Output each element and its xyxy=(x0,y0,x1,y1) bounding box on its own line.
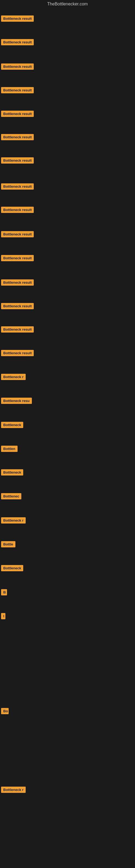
bottleneck-badge-17: Bottleneck resu xyxy=(1,398,32,404)
bottleneck-item-9: Bottleneck result xyxy=(1,207,34,214)
bottleneck-item-12: Bottleneck result xyxy=(1,279,34,287)
bottleneck-item-13: Bottleneck result xyxy=(1,303,34,310)
bottleneck-item-28: Bottleneck r xyxy=(1,786,26,794)
bottleneck-badge-14: Bottleneck result xyxy=(1,326,34,333)
bottleneck-item-18: Bottleneck xyxy=(1,422,23,429)
bottleneck-item-21: Bottlenec xyxy=(1,493,21,500)
bottleneck-item-3: Bottleneck result xyxy=(1,63,34,71)
bottleneck-badge-20: Bottleneck xyxy=(1,469,23,475)
bottleneck-item-7: Bottleneck result xyxy=(1,157,34,165)
bottleneck-badge-22: Bottleneck r xyxy=(1,517,26,524)
bottleneck-badge-7: Bottleneck result xyxy=(1,157,34,163)
bottleneck-item-24: Bottleneck xyxy=(1,565,23,572)
bottleneck-badge-28: Bottleneck r xyxy=(1,786,26,793)
bottleneck-badge-4: Bottleneck result xyxy=(1,87,34,93)
bottleneck-badge-13: Bottleneck result xyxy=(1,303,34,309)
bottleneck-badge-26: l xyxy=(1,613,5,619)
bottleneck-badge-2: Bottleneck result xyxy=(1,39,34,45)
bottleneck-badge-1: Bottleneck result xyxy=(1,16,34,22)
bottleneck-item-8: Bottleneck result xyxy=(1,183,34,191)
bottleneck-badge-16: Bottleneck r xyxy=(1,374,26,380)
bottleneck-item-10: Bottleneck result xyxy=(1,231,34,239)
bottleneck-item-4: Bottleneck result xyxy=(1,87,34,94)
bottleneck-item-2: Bottleneck result xyxy=(1,39,34,46)
bottleneck-item-20: Bottleneck xyxy=(1,469,23,476)
bottleneck-item-11: Bottleneck result xyxy=(1,255,34,262)
bottleneck-item-5: Bottleneck result xyxy=(1,111,34,118)
bottleneck-item-6: Bottleneck result xyxy=(1,134,34,141)
bottleneck-badge-25: B xyxy=(1,589,7,595)
bottleneck-item-26: l xyxy=(1,613,5,620)
site-title: TheBottlenecker.com xyxy=(0,0,135,10)
bottleneck-badge-15: Bottleneck result xyxy=(1,350,34,356)
bottleneck-item-1: Bottleneck result xyxy=(1,16,34,23)
bottleneck-badge-5: Bottleneck result xyxy=(1,111,34,117)
bottleneck-item-15: Bottleneck result xyxy=(1,350,34,357)
bottleneck-badge-23: Bottle xyxy=(1,541,15,547)
bottleneck-badge-18: Bottleneck xyxy=(1,422,23,428)
bottleneck-badge-10: Bottleneck result xyxy=(1,231,34,237)
bottleneck-item-16: Bottleneck r xyxy=(1,374,26,381)
bottleneck-badge-11: Bottleneck result xyxy=(1,255,34,261)
bottleneck-item-23: Bottle xyxy=(1,541,15,549)
bottleneck-badge-8: Bottleneck result xyxy=(1,183,34,190)
bottleneck-item-25: B xyxy=(1,589,7,596)
bottleneck-item-17: Bottleneck resu xyxy=(1,398,32,405)
bottleneck-item-27: Bo xyxy=(1,708,9,715)
bottleneck-badge-27: Bo xyxy=(1,708,9,714)
bottleneck-badge-6: Bottleneck result xyxy=(1,134,34,140)
bottleneck-badge-21: Bottlenec xyxy=(1,493,21,499)
bottleneck-badge-12: Bottleneck result xyxy=(1,279,34,286)
bottleneck-badge-24: Bottleneck xyxy=(1,565,23,571)
bottleneck-item-22: Bottleneck r xyxy=(1,517,26,525)
bottleneck-badge-19: Bottlen xyxy=(1,446,17,452)
bottleneck-item-19: Bottlen xyxy=(1,446,17,453)
bottleneck-badge-3: Bottleneck result xyxy=(1,63,34,70)
page-container: TheBottlenecker.com Bottleneck resultBot… xyxy=(0,0,135,868)
bottleneck-item-14: Bottleneck result xyxy=(1,326,34,334)
bottleneck-badge-9: Bottleneck result xyxy=(1,207,34,213)
